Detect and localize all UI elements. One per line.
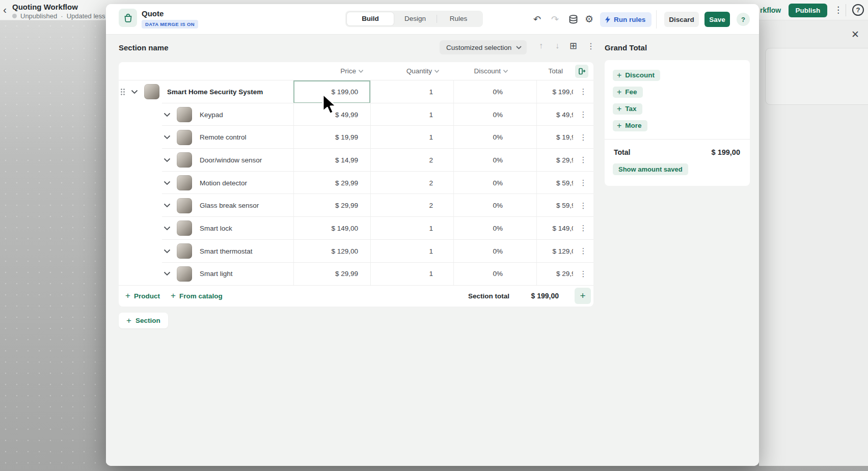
more-options-icon[interactable]: ⋮ bbox=[834, 5, 843, 16]
chevron-down-icon[interactable] bbox=[164, 271, 171, 276]
discount-cell[interactable]: 0% bbox=[453, 194, 536, 217]
price-cell[interactable]: $ 49,99 bbox=[293, 103, 370, 126]
discount-cell[interactable]: 0% bbox=[453, 217, 536, 240]
row-menu-icon[interactable]: ⋮ bbox=[573, 110, 593, 119]
chevron-down-icon[interactable] bbox=[164, 181, 171, 185]
add-discount-button[interactable]: + Discount bbox=[613, 70, 660, 81]
product-thumbnail bbox=[177, 220, 192, 236]
redo-icon[interactable]: ↷ bbox=[551, 14, 559, 25]
total-cell: $ 149,00 bbox=[536, 225, 573, 232]
product-name[interactable]: Glass break sensor bbox=[200, 202, 259, 209]
quantity-cell[interactable]: 2 bbox=[370, 194, 453, 217]
section-menu-icon[interactable]: ⋮ bbox=[587, 41, 595, 51]
add-line-button[interactable]: + bbox=[575, 288, 591, 304]
price-cell[interactable]: $ 199,00 bbox=[293, 80, 370, 103]
product-name[interactable]: Smart Home Security System bbox=[167, 88, 263, 96]
product-name[interactable]: Keypad bbox=[200, 111, 223, 119]
help-icon[interactable]: ? bbox=[852, 4, 864, 16]
tab-design[interactable]: Design bbox=[394, 12, 437, 25]
run-rules-button[interactable]: Run rules bbox=[600, 12, 652, 27]
quantity-cell[interactable]: 1 bbox=[370, 263, 453, 286]
add-table-icon[interactable]: ⊞ bbox=[569, 40, 577, 51]
product-thumbnail bbox=[144, 84, 159, 99]
selection-dropdown[interactable]: Customized selection bbox=[440, 40, 527, 54]
status-row: Unpublished · Updated less t bbox=[12, 12, 109, 20]
back-icon[interactable]: ‹ bbox=[3, 5, 7, 15]
workflow-link[interactable]: rkflow bbox=[760, 6, 781, 14]
row-menu-icon[interactable]: ⋮ bbox=[573, 155, 593, 164]
close-icon[interactable]: ✕ bbox=[851, 29, 859, 40]
column-discount[interactable]: Discount bbox=[453, 67, 536, 75]
product-name[interactable]: Door/window sensor bbox=[200, 156, 262, 164]
product-name[interactable]: Smart thermostat bbox=[200, 247, 253, 255]
price-cell[interactable]: $ 149,00 bbox=[293, 217, 370, 240]
discount-cell[interactable]: 0% bbox=[453, 149, 536, 172]
row-menu-icon[interactable]: ⋮ bbox=[573, 133, 593, 142]
modal-header: Quote DATA MERGE IS ON Build Design Rule… bbox=[106, 4, 759, 35]
quantity-cell[interactable]: 1 bbox=[370, 217, 453, 240]
discount-cell[interactable]: 0% bbox=[453, 80, 536, 103]
chevron-down-icon[interactable] bbox=[164, 158, 171, 162]
row-menu-icon[interactable]: ⋮ bbox=[573, 178, 593, 187]
product-name[interactable]: Motion detector bbox=[200, 179, 247, 187]
chevron-down-icon[interactable] bbox=[164, 203, 171, 208]
add-fee-button[interactable]: + Fee bbox=[613, 87, 643, 98]
chevron-down-icon[interactable] bbox=[164, 113, 171, 117]
name-cell: Smart light bbox=[119, 266, 293, 282]
price-cell[interactable]: $ 19,99 bbox=[293, 126, 370, 149]
table-footer: + Product + From catalog Section total $… bbox=[119, 285, 593, 306]
move-up-icon[interactable]: ↑ bbox=[539, 41, 543, 50]
undo-icon[interactable]: ↶ bbox=[533, 14, 541, 25]
quantity-cell[interactable]: 2 bbox=[370, 149, 453, 172]
price-cell[interactable]: $ 29,99 bbox=[293, 263, 370, 286]
tab-build[interactable]: Build bbox=[347, 12, 394, 25]
row-menu-icon[interactable]: ⋮ bbox=[573, 87, 593, 96]
add-section-button[interactable]: + Section bbox=[119, 313, 168, 328]
discount-cell[interactable]: 0% bbox=[453, 263, 536, 286]
discount-cell[interactable]: 0% bbox=[453, 103, 536, 126]
chevron-down-icon[interactable] bbox=[164, 226, 171, 231]
quantity-cell[interactable]: 2 bbox=[370, 172, 453, 195]
discount-cell[interactable]: 0% bbox=[453, 172, 536, 195]
price-cell[interactable]: $ 14,99 bbox=[293, 149, 370, 172]
product-name[interactable]: Smart lock bbox=[200, 225, 232, 232]
price-cell[interactable]: $ 29,99 bbox=[293, 172, 370, 195]
show-amount-saved-button[interactable]: Show amount saved bbox=[613, 163, 688, 175]
save-button[interactable]: Save bbox=[704, 12, 730, 27]
discount-cell[interactable]: 0% bbox=[453, 240, 536, 263]
quantity-cell[interactable]: 1 bbox=[370, 80, 453, 103]
move-down-icon[interactable]: ↓ bbox=[555, 41, 559, 50]
modal-help-icon[interactable]: ? bbox=[737, 13, 750, 26]
quantity-cell[interactable]: 1 bbox=[370, 103, 453, 126]
row-menu-icon[interactable]: ⋮ bbox=[573, 224, 593, 233]
row-menu-icon[interactable]: ⋮ bbox=[573, 201, 593, 210]
product-name[interactable]: Smart light bbox=[200, 270, 233, 278]
price-cell[interactable]: $ 129,00 bbox=[293, 240, 370, 263]
product-name[interactable]: Remote control bbox=[200, 133, 247, 141]
add-product-button[interactable]: + Product bbox=[125, 292, 160, 300]
quantity-cell[interactable]: 1 bbox=[370, 126, 453, 149]
line-items-table: Price Quantity Discount Total bbox=[119, 62, 593, 307]
chevron-down-icon[interactable] bbox=[164, 135, 171, 140]
chevron-down-icon[interactable] bbox=[131, 90, 138, 94]
price-cell[interactable]: $ 29,99 bbox=[293, 194, 370, 217]
plus-icon: + bbox=[125, 292, 130, 300]
add-tax-button[interactable]: + Tax bbox=[613, 103, 642, 115]
chevron-down-icon[interactable] bbox=[164, 249, 171, 254]
row-menu-icon[interactable]: ⋮ bbox=[573, 246, 593, 256]
discount-cell[interactable]: 0% bbox=[453, 126, 536, 149]
add-more-button[interactable]: + More bbox=[613, 120, 647, 131]
tab-rules[interactable]: Rules bbox=[437, 12, 480, 25]
row-menu-icon[interactable]: ⋮ bbox=[573, 269, 593, 279]
gear-icon[interactable]: ⚙ bbox=[585, 14, 593, 25]
discard-button[interactable]: Discard bbox=[664, 12, 699, 27]
data-source-icon[interactable] bbox=[568, 15, 578, 24]
add-from-catalog-button[interactable]: + From catalog bbox=[171, 292, 223, 300]
column-quantity[interactable]: Quantity bbox=[370, 67, 453, 75]
section-name[interactable]: Section name bbox=[119, 43, 169, 52]
drag-handle-icon[interactable] bbox=[120, 88, 125, 96]
insert-column-button[interactable] bbox=[575, 65, 588, 78]
quantity-cell[interactable]: 1 bbox=[370, 240, 453, 263]
column-price[interactable]: Price bbox=[293, 67, 370, 75]
publish-button[interactable]: Publish bbox=[789, 4, 827, 17]
